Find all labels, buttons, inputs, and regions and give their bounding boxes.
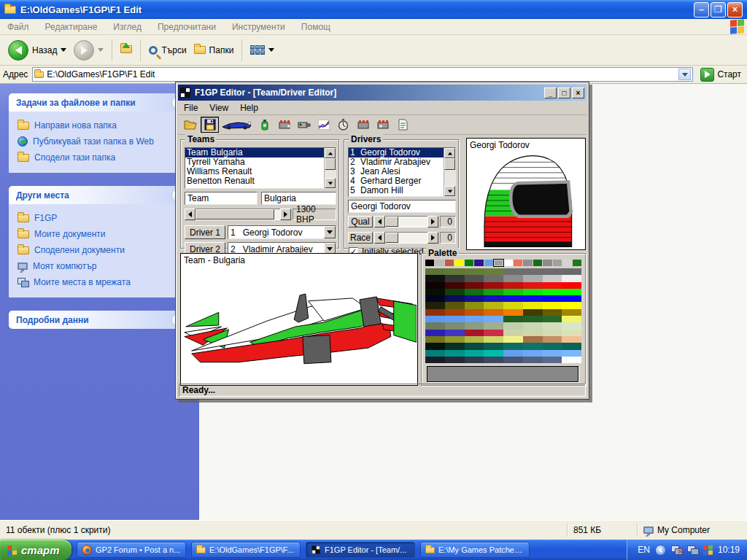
palette-cell[interactable] (543, 330, 562, 336)
palette-cell[interactable] (523, 343, 543, 349)
palette-swatch[interactable] (562, 260, 571, 266)
palette-cell[interactable] (465, 275, 484, 281)
palette-cell[interactable] (543, 282, 562, 289)
palette-cell[interactable] (445, 330, 465, 336)
address-input[interactable]: E:\OldGames\F1GP\F1 Edit (32, 67, 693, 82)
palette-swatch[interactable] (465, 260, 473, 266)
palette-cell[interactable] (445, 282, 465, 289)
scroll-left-icon[interactable] (374, 232, 385, 244)
palette-cell[interactable] (484, 289, 503, 295)
palette-swatch[interactable] (484, 260, 493, 266)
palette-cell[interactable] (425, 330, 445, 336)
engine-power-button[interactable] (354, 117, 372, 133)
scrollbar-thumb[interactable] (325, 158, 336, 170)
palette-cell[interactable] (465, 302, 484, 308)
notes-button[interactable] (393, 117, 411, 133)
driver1-combo[interactable]: 1Georgi Todorov (228, 225, 336, 239)
palette-cell[interactable] (425, 275, 445, 281)
palette-cell[interactable] (425, 289, 445, 295)
scroll-up-icon[interactable] (325, 148, 336, 158)
palette-cell[interactable] (543, 357, 562, 363)
palette-cell[interactable] (445, 295, 465, 302)
menu-item-help[interactable]: Помощ (301, 22, 330, 32)
palette-swatch[interactable] (454, 260, 463, 266)
palette-cell[interactable] (484, 309, 503, 316)
engine-boost-button[interactable] (374, 117, 392, 133)
driver1-button[interactable]: Driver 1 (185, 225, 225, 239)
scroll-down-icon[interactable] (444, 186, 455, 196)
palette-cell[interactable] (543, 322, 562, 329)
performance-chart-button[interactable] (314, 117, 333, 133)
palette-cell[interactable] (503, 295, 523, 302)
dropdown-arrow-icon[interactable] (324, 226, 336, 238)
race-scrollbar[interactable] (374, 232, 438, 244)
palette-cell[interactable] (562, 357, 581, 363)
palette-cell[interactable] (503, 357, 523, 363)
palette-cell[interactable] (484, 322, 503, 329)
palette-cell[interactable] (543, 268, 562, 275)
palette-cell[interactable] (484, 343, 503, 349)
palette-cell[interactable] (562, 309, 581, 316)
palette-cell[interactable] (562, 330, 581, 336)
palette-cell[interactable] (503, 289, 523, 295)
palette-swatch[interactable] (425, 260, 434, 266)
palette-cell[interactable] (484, 275, 503, 281)
palette-cell[interactable] (445, 275, 465, 281)
palette-cell[interactable] (465, 330, 484, 336)
palette-cell[interactable] (543, 289, 562, 295)
palette-cell[interactable] (543, 336, 562, 343)
driver-list-item[interactable]: 5Damon Hill (349, 186, 444, 195)
minimize-button[interactable]: – (694, 2, 709, 18)
palette-cell[interactable] (484, 350, 503, 357)
scroll-right-icon[interactable] (427, 216, 438, 228)
back-dropdown-icon[interactable] (61, 48, 66, 52)
back-button[interactable]: Назад (4, 37, 70, 63)
editor-close-button[interactable]: × (572, 88, 584, 98)
save-button[interactable] (201, 117, 219, 133)
place-my-documents[interactable]: Моите документи (18, 226, 186, 242)
place-my-computer[interactable]: Моят компютър (18, 258, 186, 274)
team-name1-input[interactable]: Team (185, 192, 258, 205)
palette-cell[interactable] (543, 295, 562, 302)
editor-menu-help[interactable]: Help (240, 103, 258, 113)
palette-swatch[interactable] (474, 260, 483, 266)
hide-icons-chevron[interactable] (655, 545, 666, 556)
palette-cell[interactable] (503, 322, 523, 329)
address-dropdown-button[interactable] (678, 69, 691, 80)
palette-swatch[interactable] (435, 260, 444, 266)
team-name2-input[interactable]: Bulgaria (261, 192, 336, 205)
place-f1gp[interactable]: F1GP (18, 210, 186, 226)
views-button[interactable] (247, 37, 278, 63)
palette-cell[interactable] (543, 302, 562, 308)
teams-scrollbar[interactable] (324, 148, 336, 188)
editor-menu-view[interactable]: View (209, 103, 228, 113)
car-design-button[interactable] (220, 117, 254, 133)
palette-swatch[interactable] (445, 260, 454, 266)
task-share-folder[interactable]: Сподели тази папка (18, 149, 186, 166)
taskbar-task-mygames[interactable]: E:\My Games Patches... (420, 542, 530, 558)
task-new-folder[interactable]: Направи нова папка (18, 117, 186, 133)
palette-cell[interactable] (484, 330, 503, 336)
taskbar-task-explorer[interactable]: E:\OldGames\F1GP\F... (191, 542, 301, 558)
palette-cell[interactable] (425, 322, 445, 329)
palette-cell[interactable] (465, 268, 484, 275)
palette-cell[interactable] (523, 289, 543, 295)
palette-cell[interactable] (543, 316, 562, 322)
palette-cell[interactable] (523, 330, 543, 336)
palette-cell[interactable] (445, 357, 465, 363)
place-shared-documents[interactable]: Споделени документи (18, 242, 186, 258)
palette-cell[interactable] (425, 343, 445, 349)
palette-cell[interactable] (503, 268, 523, 275)
palette-cell[interactable] (503, 316, 523, 322)
scroll-up-icon[interactable] (444, 148, 455, 158)
palette-cell[interactable] (543, 309, 562, 316)
palette-cell[interactable] (503, 350, 523, 357)
bhp-scrollbar[interactable] (185, 209, 291, 220)
palette-cell[interactable] (523, 302, 543, 308)
stopwatch-button[interactable] (334, 117, 352, 133)
palette-cell[interactable] (523, 357, 543, 363)
network-disconnected-icon[interactable]: ✕ (671, 545, 682, 554)
palette-swatch[interactable] (504, 260, 513, 266)
palette-cell[interactable] (465, 295, 484, 302)
palette-cell[interactable] (484, 295, 503, 302)
